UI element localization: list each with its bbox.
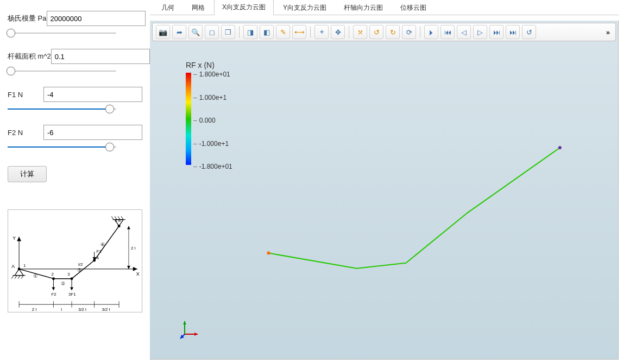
svg-point-15	[18, 267, 21, 270]
light-cube-icon[interactable]: ◧	[260, 25, 274, 39]
area-slider[interactable]	[8, 67, 116, 75]
param-area: 杆截面积 m^2	[8, 49, 142, 64]
parameters-panel: 杨氏模量 Pa 杆截面积 m^2 F1 N	[0, 0, 150, 364]
camera-icon[interactable]: 📷	[156, 25, 170, 39]
results-panel: 几何网格X向支反力云图Y向支反力云图杆轴向力云图位移云图 📷➦🔍◻❐◨◧✎⟷⌖✥…	[150, 0, 623, 364]
param-youngs-label: 杨氏模量 Pa	[8, 14, 47, 23]
svg-text:F2: F2	[51, 292, 56, 297]
svg-line-6	[11, 276, 14, 279]
calculate-button[interactable]: 计算	[8, 166, 47, 182]
viewer-toolbar: 📷➦🔍◻❐◨◧✎⟷⌖✥⤱↺↻⟳⏵⏮◁▷⏭⏭↺»	[152, 23, 616, 41]
prev-frame-icon[interactable]: ◁	[457, 25, 471, 39]
svg-marker-46	[127, 226, 130, 229]
svg-line-8	[18, 276, 20, 279]
svg-marker-39	[70, 287, 73, 290]
video-icon[interactable]: ⏵	[424, 25, 438, 39]
orientation-triad	[179, 318, 201, 340]
svg-text:2 l: 2 l	[32, 307, 37, 312]
youngs-slider[interactable]	[8, 29, 116, 37]
first-frame-icon[interactable]: ⏮	[440, 25, 455, 39]
svg-text:①: ①	[33, 273, 37, 279]
svg-text:3/2 l: 3/2 l	[102, 307, 110, 312]
tab-0[interactable]: 几何	[153, 0, 183, 15]
svg-text:l/2: l/2	[78, 262, 83, 267]
pan-icon[interactable]: ✥	[331, 25, 345, 39]
youngs-input[interactable]	[47, 11, 146, 26]
box-icon[interactable]: ◻	[205, 25, 219, 39]
f1-input[interactable]	[43, 87, 142, 102]
viewport[interactable]: RF x (N) 1.800e+011.000e+10.000-1.000e+1…	[153, 44, 615, 356]
svg-text:4: 4	[97, 256, 99, 260]
tab-1[interactable]: 网格	[184, 0, 213, 15]
f1-slider[interactable]	[8, 105, 116, 113]
slider-thumb[interactable]	[105, 105, 114, 113]
tab-4[interactable]: 杆轴向力云图	[336, 0, 391, 15]
svg-text:3F1: 3F1	[68, 292, 76, 297]
svg-marker-36	[52, 287, 55, 290]
svg-text:④: ④	[100, 242, 105, 247]
rotate-cw-icon[interactable]: ↻	[386, 25, 400, 39]
brush-icon[interactable]: ✎	[276, 25, 290, 39]
axis-y-label: Y	[12, 235, 16, 241]
svg-text:2: 2	[51, 272, 53, 277]
svg-line-9	[21, 276, 23, 279]
svg-text:③: ③	[77, 267, 81, 273]
param-area-label: 杆截面积 m^2	[8, 52, 51, 61]
fast-forward-icon[interactable]: ⏭	[489, 25, 504, 39]
f2-slider[interactable]	[8, 143, 116, 151]
slider-thumb[interactable]	[7, 67, 15, 75]
svg-marker-63	[194, 333, 198, 336]
toolbar-separator	[349, 26, 349, 38]
toolbar-separator	[420, 26, 420, 38]
svg-line-13	[72, 260, 95, 279]
svg-line-34	[121, 216, 123, 220]
svg-point-59	[267, 251, 270, 254]
tab-5[interactable]: 位移云图	[392, 0, 435, 15]
rotate-ccw-icon[interactable]: ↺	[369, 25, 383, 39]
viewer: 📷➦🔍◻❐◨◧✎⟷⌖✥⤱↺↻⟳⏵⏮◁▷⏭⏭↺» RF x (N) 1.800e+…	[150, 21, 619, 360]
param-f2-label: F2 N	[8, 129, 43, 137]
window-icon[interactable]: ❐	[221, 25, 235, 39]
zoom-area-icon[interactable]: ⌖	[314, 25, 329, 39]
truss-schematic: X Y A 1 2 3 4 5 E ①	[8, 209, 142, 312]
toolbar-separator	[239, 26, 240, 38]
result-plot	[153, 44, 615, 356]
svg-text:3: 3	[67, 272, 70, 277]
svg-text:l: l	[61, 307, 62, 312]
axes-icon[interactable]: ⤱	[353, 25, 367, 39]
svg-text:②: ②	[61, 281, 65, 286]
svg-text:2 l: 2 l	[131, 246, 136, 251]
svg-marker-3	[17, 237, 21, 241]
svg-text:F1: F1	[97, 249, 102, 254]
param-f2: F2 N	[8, 125, 142, 140]
iso-cube-icon[interactable]: ◨	[243, 25, 257, 39]
play-icon[interactable]: ▷	[473, 25, 487, 39]
toolbar-separator	[310, 26, 311, 38]
area-input[interactable]	[51, 49, 150, 64]
last-frame-icon[interactable]: ⏭	[506, 25, 520, 39]
svg-marker-1	[133, 267, 137, 271]
tab-3[interactable]: Y向支反力云图	[275, 0, 335, 15]
zoom-icon[interactable]: 🔍	[188, 25, 203, 39]
svg-marker-47	[127, 266, 130, 269]
reset-view-icon[interactable]: ⟳	[402, 25, 416, 39]
export-icon[interactable]: ➦	[172, 25, 186, 39]
svg-line-7	[15, 276, 17, 279]
svg-text:1: 1	[23, 263, 26, 268]
svg-text:5 E: 5 E	[115, 218, 121, 223]
param-f1: F1 N	[8, 87, 142, 102]
result-tabs: 几何网格X向支反力云图Y向支反力云图杆轴向力云图位移云图	[150, 0, 619, 15]
svg-marker-65	[183, 321, 186, 324]
tab-2[interactable]: X向支反力云图	[214, 0, 274, 15]
svg-text:A: A	[11, 264, 15, 269]
slider-thumb[interactable]	[7, 29, 15, 37]
param-youngs: 杨氏模量 Pa	[8, 11, 142, 26]
toolbar-overflow[interactable]: »	[604, 28, 612, 36]
f2-input[interactable]	[43, 125, 142, 140]
param-f1-label: F1 N	[8, 91, 43, 99]
svg-line-31	[111, 216, 114, 220]
measure-icon[interactable]: ⟷	[292, 25, 306, 39]
slider-thumb[interactable]	[105, 143, 114, 151]
svg-rect-61	[559, 146, 561, 149]
loop-icon[interactable]: ↺	[522, 25, 536, 39]
